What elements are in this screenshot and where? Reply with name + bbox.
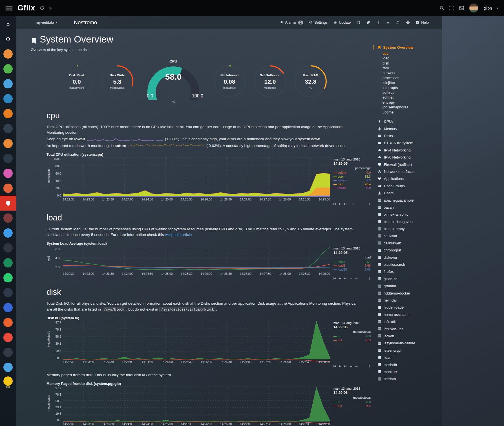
toc-app[interactable]: calibreweb [373,240,442,247]
sidebar-app-icon[interactable] [0,106,16,121]
sidebar-app-icon[interactable] [0,181,16,196]
toc-section[interactable]: Users [373,189,442,197]
gauge-disk-write[interactable]: Disk Write5.3megabytes/s [101,65,134,98]
toc-section[interactable]: Memory [373,125,442,132]
toc-app[interactable]: home-assistant [373,311,442,318]
sidebar-app-icon[interactable] [0,240,16,255]
username[interactable]: gilbn [483,6,492,10]
toc-app[interactable]: influxdb-ups [373,325,442,332]
search-icon[interactable] [439,6,444,10]
play-icon[interactable] [339,202,341,205]
sidebar-app-icon[interactable] [0,211,16,226]
toc-subitem[interactable]: ipc semaphores [383,105,442,110]
refresh-icon[interactable] [40,6,44,10]
toc-system-overview[interactable]: System Overview [373,45,442,50]
resize-handle-icon[interactable] [368,365,371,368]
pan-right-icon[interactable] [344,277,347,280]
sidebar-app-icon[interactable] [0,226,16,240]
toc-app[interactable]: hddtemp-docker [373,289,442,296]
upload-icon[interactable] [396,20,400,24]
sidebar-app-icon[interactable] [0,360,16,375]
pan-left-icon[interactable] [333,277,336,280]
fullscreen-icon[interactable] [449,6,454,10]
sidebar-app-icon[interactable] [0,76,16,91]
toc-app[interactable]: binhex-emby [373,225,442,232]
legend-item[interactable]: out -5.2 [333,404,371,408]
play-icon[interactable] [339,277,341,280]
toc-subitem[interactable]: load [383,56,442,61]
gauge-disk-read[interactable]: Disk Read0.0megabytes/s [60,65,93,98]
toc-subitem[interactable]: softirqs [383,90,442,95]
close-icon[interactable]: × [49,5,52,11]
sidebar-app-icon[interactable] [0,151,16,166]
settings-button[interactable]: ⚙ Settings [309,20,328,24]
toc-app[interactable]: chronograf [373,247,442,254]
resize-handle-icon[interactable] [368,277,371,280]
legend-item[interactable]: softirq 0.0 [333,171,371,175]
toc-app[interactable]: jackett [373,333,442,340]
toc-app[interactable]: influxdb [373,318,442,325]
legend-item[interactable]: in 0.0 [333,400,371,404]
legend-item[interactable]: user 35.3 [333,175,371,179]
menu-icon[interactable] [6,6,12,10]
pan-right-icon[interactable] [344,365,347,368]
pan-left-icon[interactable] [333,202,336,205]
gauge-net-outbound[interactable]: Net Outbound12.0megabits/s [253,65,287,98]
zoom-out-icon[interactable]: − [355,276,358,280]
sidebar-app-icon[interactable]: ⌂ [0,17,16,32]
toc-app[interactable]: diskover [373,254,442,261]
gauge-used-ram[interactable]: Used RAM32.8% [294,65,327,98]
toc-app[interactable]: binhex-delugevpn [373,218,442,225]
toc-subitem[interactable]: interrupts [383,85,442,90]
wikipedia-link[interactable]: wikipedia article [165,233,192,237]
zoom-in-icon[interactable]: + [349,276,352,280]
toc-section[interactable]: BTRFS filesystem [373,139,442,146]
sidebar-app-icon[interactable] [0,61,16,76]
print-icon[interactable] [406,20,410,24]
toc-app[interactable]: gitlab-ce [373,275,442,282]
update-button[interactable]: Update [333,20,351,24]
toc-subitem[interactable]: idlejitter [383,80,442,85]
zoom-in-icon[interactable]: + [349,365,352,368]
toc-section[interactable]: Firewall (netfilter) [373,161,442,168]
alarms-button[interactable]: Alarms 2 [280,20,303,24]
toc-app[interactable]: elasticsearch [373,261,442,268]
netdata-instance-menu[interactable]: my-netdata▾ [36,20,57,24]
toc-section[interactable]: Network Interfaces [373,168,442,175]
github-icon[interactable] [356,20,361,24]
facebook-icon[interactable] [376,20,380,24]
toc-section[interactable]: CPUs [373,118,442,125]
sidebar-app-icon[interactable] [0,285,16,300]
toc-subitem[interactable]: softnet [383,95,442,100]
avatar[interactable] [469,3,478,13]
toc-app[interactable]: monitorr [373,368,442,375]
sidebar-app-icon[interactable] [0,136,16,151]
legend-item[interactable]: iowait 0.0 [333,186,371,190]
zoom-out-icon[interactable]: − [355,202,358,206]
toc-subitem[interactable]: entropy [383,100,442,105]
sidebar-app-icon[interactable] [0,300,16,315]
toc-app[interactable]: bazarr [373,204,442,211]
toc-subitem[interactable]: cpu [383,51,442,56]
toc-section[interactable]: IPv6 Networking [373,154,442,161]
toc-subitem[interactable]: processes [383,75,442,80]
legend-item[interactable]: load15 2.06 [333,268,371,272]
plot-area[interactable]: 14:22:3014:23:0014:23:3014:24:0014:24:30… [63,321,330,364]
sidebar-app-icon[interactable] [0,255,16,270]
sidebar-app-icon[interactable]: ⚙ [0,32,16,46]
legend-item[interactable]: load1 6.51 [333,260,371,264]
sidebar-app-icon[interactable] [0,46,16,61]
zoom-out-icon[interactable]: − [355,365,358,368]
sidebar-app-icon[interactable] [0,330,16,345]
play-icon[interactable] [339,365,341,368]
toc-app[interactable]: binhex-airsonic [373,211,442,218]
sidebar-app-icon[interactable] [0,121,16,136]
toc-section[interactable]: IPv4 Networking [373,147,442,154]
toc-subitem[interactable]: disk [383,61,442,66]
plot-area[interactable]: 14:22:3014:23:0014:23:3014:24:0014:24:30… [63,157,330,201]
sidebar-app-icon[interactable] [0,270,16,285]
toc-section[interactable]: Applications [373,175,442,182]
toc-app[interactable]: heimdall [373,297,442,304]
download-icon[interactable] [386,20,390,24]
toc-app[interactable]: apacheguacamole [373,197,442,204]
